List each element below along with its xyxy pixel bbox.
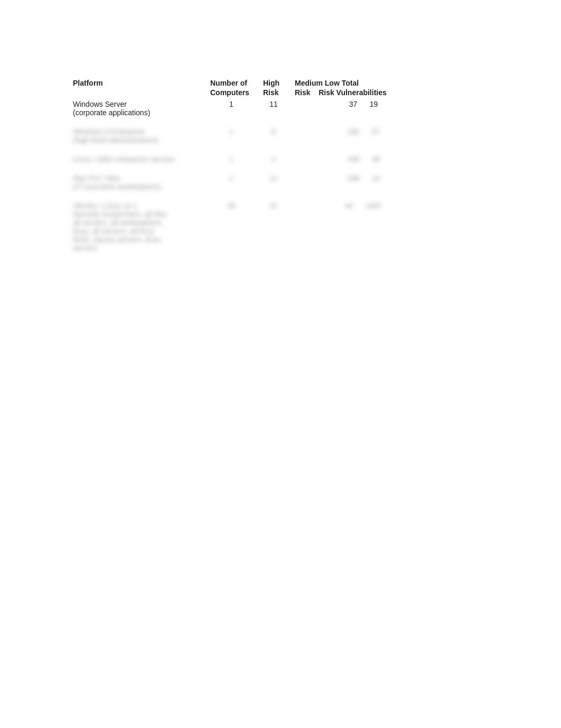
- high-risk-cell: 8: [263, 125, 295, 146]
- platform-header-2: [73, 88, 210, 98]
- high-risk-cell: 4: [263, 153, 295, 165]
- num-computers-cell: 1: [210, 172, 263, 193]
- high-risk-cell: 11: [263, 172, 295, 193]
- row-spacer: [73, 146, 443, 153]
- high-risk-header: High: [263, 78, 295, 88]
- vulnerabilities-table: Platform Number of High Medium Low Total…: [73, 78, 443, 254]
- table-row: Windows Server(corporate applications)11…: [73, 98, 443, 119]
- platform-cell: Linux / other enterprise servers: [73, 153, 210, 165]
- platform-cell: Windows Server(corporate applications): [73, 98, 210, 119]
- high-risk-cell: 41: [263, 199, 295, 254]
- medium-risk-cell: 44 1467: [295, 199, 443, 254]
- medium-risk-cell: 37 19: [295, 98, 443, 119]
- risk-header: Risk: [263, 88, 295, 98]
- table-row: Mac Pro / Mac(IT executive workstations)…: [73, 172, 443, 193]
- num-computers-cell: 1: [210, 125, 263, 146]
- medium-risk-cell: 180 57: [295, 125, 443, 146]
- platform-cell: Ubuntu / Linux 14.1Security researchers,…: [73, 199, 210, 254]
- platform-cell: Windows 8 Enterprise(high-level administ…: [73, 125, 210, 146]
- medium-risk-cell: 190 38: [295, 153, 443, 165]
- row-spacer: [73, 193, 443, 199]
- num-computers-cell: 1: [210, 153, 263, 165]
- page-content: Platform Number of High Medium Low Total…: [0, 0, 561, 286]
- chapter-title: [73, 53, 488, 65]
- row-spacer: [73, 165, 443, 172]
- platform-cell: Mac Pro / Mac(IT executive workstations): [73, 172, 210, 193]
- table-row: Ubuntu / Linux 14.1Security researchers,…: [73, 199, 443, 254]
- num-computers-cell: 1: [210, 98, 263, 119]
- medium-low-total-header: Medium Low Total: [295, 78, 443, 88]
- medium-risk-cell: 188 14: [295, 172, 443, 193]
- high-risk-cell: 11: [263, 98, 295, 119]
- table-header-row-1: Platform Number of High Medium Low Total: [73, 78, 443, 88]
- computers-header: Computers: [210, 88, 263, 98]
- table-row: Linux / other enterprise servers14190 38: [73, 153, 443, 165]
- table-row: Windows 8 Enterprise(high-level administ…: [73, 125, 443, 146]
- row-spacer: [73, 119, 443, 125]
- number-of-computers-header: Number of: [210, 78, 263, 88]
- num-computers-cell: 46: [210, 199, 263, 254]
- risk-vuln-header: Risk Risk Vulnerabilities: [295, 88, 443, 98]
- platform-header: Platform: [73, 78, 210, 88]
- table-header-row-2: Computers Risk Risk Risk Vulnerabilities: [73, 88, 443, 98]
